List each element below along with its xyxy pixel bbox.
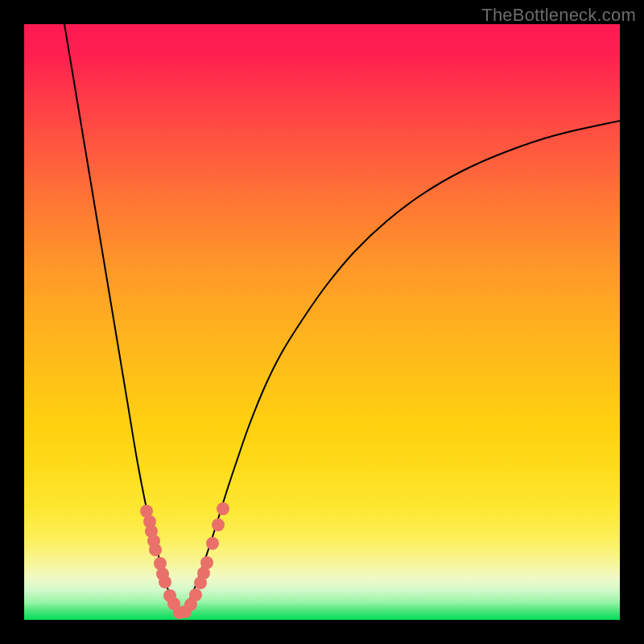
marker-point <box>159 576 171 588</box>
watermark-text: TheBottleneck.com <box>481 5 636 26</box>
chart-svg-overlay <box>24 24 620 620</box>
marker-point <box>206 537 219 550</box>
marker-point <box>212 518 225 531</box>
curve-left-branch <box>64 24 181 614</box>
chart-plot-area <box>24 24 620 620</box>
curve-right-branch <box>181 121 620 614</box>
marker-point <box>200 556 213 569</box>
marker-point <box>149 543 162 556</box>
marker-point <box>217 502 229 515</box>
marker-point <box>189 588 202 601</box>
marker-group <box>140 502 229 619</box>
